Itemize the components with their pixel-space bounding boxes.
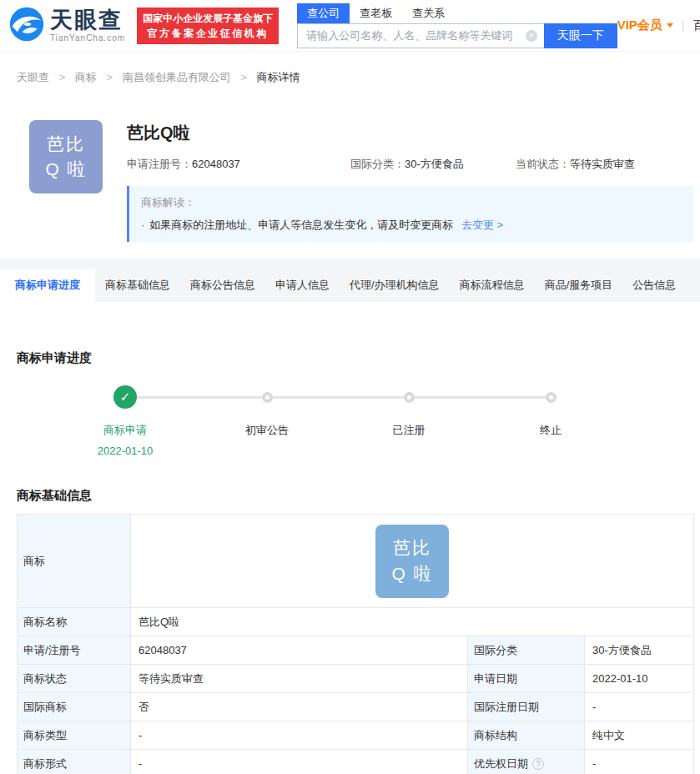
trademark-image: 芭比 Q 啦 [375,525,449,598]
intl-class-label: 国际分类： [350,158,405,170]
breadcrumb: 天眼查 > 商标 > 南昌领创果品有限公司 > 商标详情 [0,52,700,98]
step-label: 商标申请 [103,423,147,438]
progress-step-terminated: 终止 [480,385,622,457]
logo-title: 天眼查 [50,9,125,32]
change-trademark-link[interactable]: 去变更 > [461,219,503,231]
breadcrumb-trademark[interactable]: 商标 [75,71,97,83]
reg-number-value: 62048037 [192,158,240,170]
pending-circle-icon [262,392,273,403]
row-label: 申请日期 [468,665,585,693]
logo-domain: TianYanCha.com [50,33,125,43]
step-label: 初审公告 [245,423,289,438]
row-label: 商标状态 [18,665,131,693]
progress-step-applied: ✓ 商标申请 2022-01-10 [54,385,196,457]
tip-text: 如果商标的注册地址、申请人等信息发生变化，请及时变更商标 [149,219,453,231]
breadcrumb-separator: > [240,71,247,83]
search-button[interactable]: 天眼一下 [544,23,617,48]
vip-label: VIP会员 [617,18,662,33]
search-tab-relation[interactable]: 查关系 [402,3,455,23]
row-label: 国际商标 [18,693,131,721]
row-label: 国际分类 [468,636,585,665]
tab-announcement-info[interactable]: 商标公告信息 [180,269,265,302]
row-value: 否 [131,693,468,721]
tab-applicant-info[interactable]: 申请人信息 [265,269,340,302]
trademark-tip-box: 商标解读： ·如果商标的注册地址、申请人等信息发生变化，请及时变更商标 去变更 … [127,186,693,242]
current-status-value: 等待实质审查 [570,158,635,170]
trademark-info-line: 申请注册号：62048037 国际分类：30-方便食品 当前状态：等待实质审查 [127,157,693,172]
detail-tabbar: 商标申请进度 商标基础信息 商标公告信息 申请人信息 代理/办理机构信息 商标流… [0,269,700,302]
trademark-header-card: 芭比 Q 啦 芭比Q啦 申请注册号：62048037 国际分类：30-方便食品 … [0,98,700,259]
tab-process-info[interactable]: 商标流程信息 [450,269,535,302]
search-area: 查公司 查老板 查关系 × 天眼一下 [297,3,617,48]
caret-down-icon [667,23,673,28]
row-label: 国际注册日期 [468,693,585,721]
basic-info-section-title: 商标基础信息 [17,488,700,504]
badge-line1: 国家中小企业发展子基金旗下 [143,11,273,26]
breadcrumb-home[interactable]: 天眼查 [17,71,49,83]
tip-title: 商标解读： [141,195,682,210]
breadcrumb-separator: > [59,71,66,83]
row-value: 等待实质审查 [131,665,468,693]
trademark-image-text1: 芭比 [47,132,85,157]
tab-basic-info[interactable]: 商标基础信息 [95,269,180,302]
row-value: - [131,750,468,774]
progress-step-preliminary: 初审公告 [196,385,338,457]
tab-application-progress[interactable]: 商标申请进度 [0,269,95,302]
row-label: 商标形式 [18,750,131,774]
trademark-image-cell: 芭比 Q 啦 [131,515,694,608]
table-row: 商标 芭比 Q 啦 [18,515,694,608]
trademark-image-text2: Q 啦 [391,561,432,586]
pending-circle-icon [546,392,556,403]
tianyancha-logo-icon [8,6,45,46]
row-value: - [131,721,468,750]
search-input[interactable] [297,23,543,48]
vip-member-button[interactable]: VIP会员 [617,18,673,33]
tab-agency-info[interactable]: 代理/办理机构信息 [340,269,450,302]
breadcrumb-company[interactable]: 南昌领创果品有限公司 [123,71,231,83]
step-date: 2022-01-10 [98,445,154,457]
row-value: 芭比Q啦 [131,608,694,636]
table-row: 商标状态 等待实质审查 申请日期 2022-01-10 [18,665,694,693]
search-tab-boss[interactable]: 查老板 [350,3,402,23]
trademark-image-text1: 芭比 [393,535,431,560]
table-row: 国际商标 否 国际注册日期 - [18,693,694,721]
row-label: 商标名称 [18,608,131,636]
current-status-label: 当前状态： [516,158,570,170]
certification-badge: 国家中小企业发展子基金旗下 官方备案企业征信机构 [137,8,279,44]
intl-class-value: 30-方便食品 [405,158,464,170]
help-icon[interactable]: ? [532,758,544,770]
tip-bullet: · [141,219,144,231]
basic-info-table: 商标 芭比 Q 啦 商标名称 芭比Q啦 申请/注册号 62048037 国际分类… [17,514,694,774]
tab-gazette-info[interactable]: 公告信息 [622,269,686,302]
row-value: 62048037 [131,636,468,665]
trademark-image-text2: Q 啦 [45,157,86,182]
check-circle-icon: ✓ [113,385,137,409]
table-row: 商标类型 - 商标结构 纯中文 [18,721,694,750]
clear-icon[interactable]: × [526,30,537,42]
progress-timeline: ✓ 商标申请 2022-01-10 初审公告 已注册 终止 [0,385,700,457]
step-label: 终止 [540,423,562,438]
row-label-text: 优先权日期 [474,757,528,770]
row-label: 商标类型 [18,721,131,750]
tab-goods-services[interactable]: 商品/服务项目 [535,269,623,302]
page-title: 芭比Q啦 [127,122,693,144]
row-value: - [585,693,694,721]
row-value: 30-方便食品 [585,636,694,665]
row-value: - [585,750,694,774]
row-value: 2022-01-10 [585,665,694,693]
pending-circle-icon [404,392,415,403]
table-row: 商标形式 - 优先权日期? - [18,750,694,774]
breadcrumb-separator: > [106,71,113,83]
row-label: 商标 [18,515,131,608]
table-row: 申请/注册号 62048037 国际分类 30-方便食品 [18,636,694,665]
topbar-clipped-text: 百 [692,18,700,33]
trademark-image: 芭比 Q 啦 [29,120,103,194]
row-label: 商标结构 [468,721,585,750]
search-tab-company[interactable]: 查公司 [297,3,350,23]
step-label: 已注册 [393,423,426,438]
tabbar-wrap: 商标申请进度 商标基础信息 商标公告信息 申请人信息 代理/办理机构信息 商标流… [0,259,700,302]
tianyancha-logo[interactable]: 天眼查 TianYanCha.com [8,6,125,46]
row-label: 申请/注册号 [18,636,131,665]
progress-step-registered: 已注册 [338,385,480,457]
row-value: 纯中文 [585,721,694,750]
